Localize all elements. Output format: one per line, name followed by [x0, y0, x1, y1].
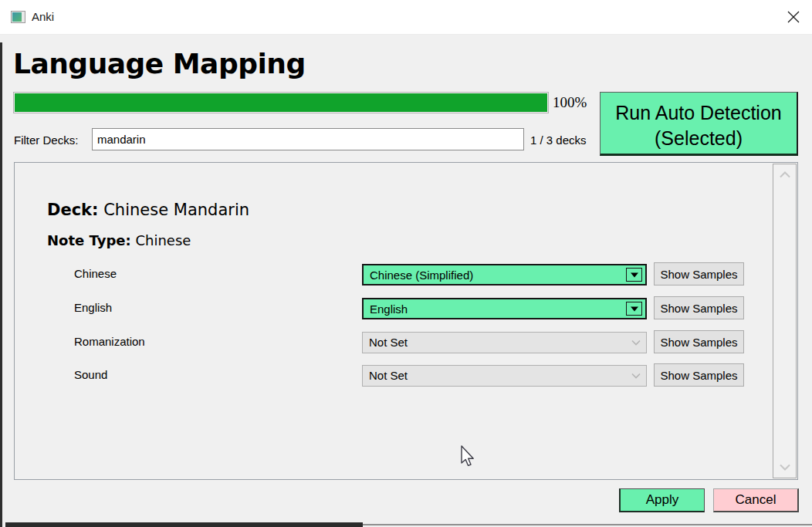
window-edge-left: [0, 42, 2, 527]
filter-decks-label: Filter Decks:: [14, 133, 78, 147]
app-icon-inner: [12, 12, 22, 22]
window-edge-bottom-line: [363, 524, 812, 525]
note-type-label: Note Type:: [47, 232, 131, 248]
deck-name: Chinese Mandarin: [103, 201, 249, 219]
deck-heading: Deck: Chinese Mandarin: [47, 198, 249, 221]
field-label: Chinese: [74, 262, 117, 285]
field-row: Chinese Chinese (Simplified) Show Sample…: [15, 262, 797, 285]
note-type-heading: Note Type: Chinese: [47, 231, 191, 251]
chevron-down-icon[interactable]: [626, 268, 642, 282]
apply-button[interactable]: Apply: [619, 488, 705, 512]
app-icon: [11, 11, 25, 23]
chevron-down-icon[interactable]: [626, 302, 642, 316]
language-combo[interactable]: Chinese (Simplified): [362, 264, 647, 285]
cancel-button[interactable]: Cancel: [713, 488, 799, 512]
combo-value: Chinese (Simplified): [370, 265, 473, 285]
progress-percent-label: 100%: [553, 94, 587, 111]
close-icon: [785, 8, 802, 25]
run-auto-detection-button[interactable]: Run Auto Detection (Selected): [600, 92, 798, 156]
scroll-up-icon[interactable]: [779, 171, 791, 178]
show-samples-button[interactable]: Show Samples: [654, 330, 744, 353]
close-button[interactable]: [784, 8, 803, 27]
vertical-scrollbar[interactable]: [773, 164, 797, 478]
field-label: English: [74, 296, 112, 319]
filter-decks-input[interactable]: [92, 128, 524, 150]
chevron-down-icon: [631, 340, 641, 346]
combo-value: Not Set: [369, 333, 408, 352]
field-label: Romanization: [74, 330, 145, 353]
field-row: Sound Not Set Show Samples: [15, 363, 797, 387]
page-title: Language Mapping: [13, 48, 306, 79]
mapping-panel: Deck: Chinese Mandarin Note Type: Chines…: [14, 162, 798, 480]
field-label: Sound: [74, 363, 107, 387]
run-auto-detection-line2: (Selected): [655, 127, 743, 149]
scroll-down-icon[interactable]: [779, 464, 791, 471]
note-type-name: Chinese: [135, 232, 191, 248]
chevron-down-icon: [631, 373, 641, 379]
show-samples-button[interactable]: Show Samples: [654, 296, 744, 319]
window-title: Anki: [32, 10, 54, 23]
combo-value: English: [370, 299, 408, 319]
language-combo[interactable]: English: [362, 298, 647, 319]
mouse-cursor: [461, 445, 478, 468]
show-samples-button[interactable]: Show Samples: [654, 262, 744, 285]
show-samples-button[interactable]: Show Samples: [654, 363, 744, 387]
progress-bar-fill: [15, 93, 547, 112]
title-bar: Anki: [0, 0, 812, 35]
field-row: English English Show Samples: [15, 296, 797, 319]
deck-count-label: 1 / 3 decks: [530, 133, 594, 147]
window-edge-bottom: [5, 522, 363, 527]
language-combo[interactable]: Not Set: [362, 332, 647, 353]
progress-bar: [13, 92, 549, 113]
run-auto-detection-line1: Run Auto Detection: [615, 102, 781, 123]
field-row: Romanization Not Set Show Samples: [15, 330, 797, 353]
language-combo[interactable]: Not Set: [362, 365, 647, 387]
deck-label: Deck:: [47, 201, 99, 219]
combo-value: Not Set: [369, 366, 408, 385]
